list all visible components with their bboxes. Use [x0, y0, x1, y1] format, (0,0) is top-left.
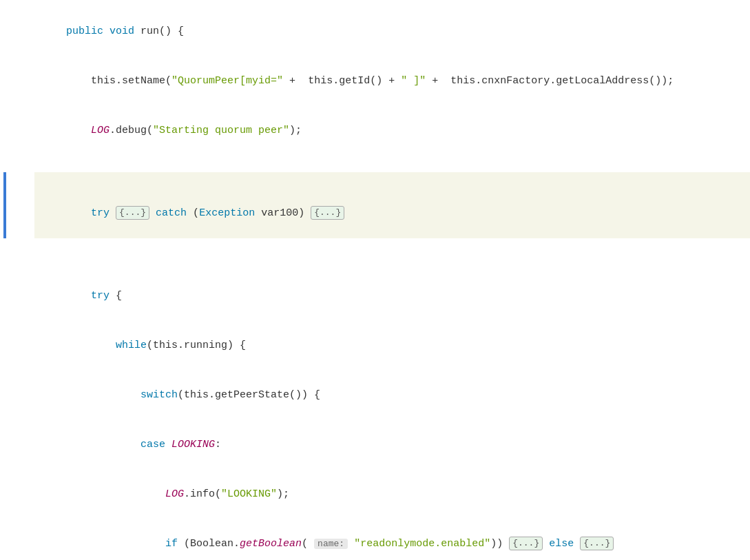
code-line-blank1: [34, 238, 750, 255]
code-line-8: while(this.running) {: [34, 321, 750, 371]
try-badge: {...}: [116, 206, 149, 220]
code-line-1: public void run() {: [34, 7, 750, 56]
code-line-11: LOG.info("LOOKING");: [34, 470, 750, 519]
if-badge: {...}: [509, 537, 543, 550]
else-badge: {...}: [580, 537, 614, 550]
line-indicator: [3, 172, 6, 238]
catch-badge: {...}: [311, 206, 344, 220]
code-line-5: try {...} catch (Exception var100) {...}: [34, 172, 750, 238]
param-hint-name: name:: [314, 539, 348, 549]
code-line-10: case LOOKING:: [34, 420, 750, 470]
code-line-4: [34, 156, 750, 172]
code-line-12: if (Boolean.getBoolean( name: "readonlym…: [34, 519, 750, 560]
code-line-9: switch(this.getPeerState()) {: [34, 371, 750, 420]
code-line-2: this.setName("QuorumPeer[myid=" + this.g…: [34, 56, 750, 106]
code-line-7: try {: [34, 271, 750, 321]
code-line-blank2: [34, 255, 750, 271]
code-editor: public void run() { this.setName("Quorum…: [0, 0, 750, 560]
code-line-3: LOG.debug("Starting quorum peer");: [34, 106, 750, 156]
